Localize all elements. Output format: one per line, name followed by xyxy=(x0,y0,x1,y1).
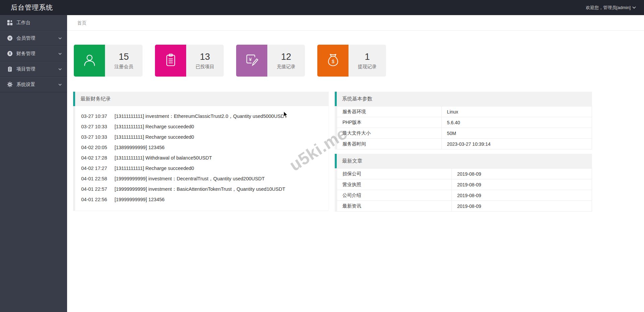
system-panel-title: 系统基本参数 xyxy=(335,92,592,106)
sidebar-item-finance[interactable]: ¥财务管理 xyxy=(0,46,67,61)
record-time: 04-02 17:27 xyxy=(81,166,107,171)
system-params-panel: 系统基本参数 服务器环境LinuxPHP版本5.6.40最大文件大小50M服务器… xyxy=(335,92,592,149)
articles-panel-title: 最新文章 xyxy=(335,154,592,168)
record-time: 03-27 10:37 xyxy=(81,114,107,119)
chevron-down-icon xyxy=(632,6,636,9)
article-row-value: 2019-08-09 xyxy=(452,201,592,212)
stat-card-info: 13已投项目 xyxy=(186,45,224,77)
sidebar-item-label: 项目管理 xyxy=(16,66,35,72)
breadcrumb-home-link[interactable]: 首页 xyxy=(77,20,87,26)
article-row: 担保公司2019-08-09 xyxy=(337,169,592,179)
record-text: [19999999999] investment：DecentralTrust，… xyxy=(114,176,265,181)
record-text: [13111111111] Withdrawal of balance50USD… xyxy=(114,155,212,161)
stat-card-icon-box: ¥ xyxy=(236,45,267,77)
finance-record: 03-27 10:37[13111111111] investment：Ethe… xyxy=(75,111,328,122)
apps-icon xyxy=(7,20,13,26)
record-text: [19999999999] investment：BasicAttentionT… xyxy=(114,187,285,192)
system-param-row-label: 服务器时间 xyxy=(337,139,442,149)
record-text: [19999999999] 123456 xyxy=(114,197,164,202)
system-param-row: 服务器环境Linux xyxy=(337,106,592,117)
article-row: 公司介绍2019-08-09 xyxy=(337,190,592,201)
record-text: [13111111111] Recharge succeeded0 xyxy=(114,166,194,171)
stat-card-icon-box: $ xyxy=(317,45,348,77)
record-text: [13111111111] Recharge succeeded0 xyxy=(114,135,194,140)
stat-card-value: 13 xyxy=(200,52,210,62)
right-column: 系统基本参数 服务器环境LinuxPHP版本5.6.40最大文件大小50M服务器… xyxy=(335,92,592,212)
finance-records-list: 03-27 10:37[13111111111] investment：Ethe… xyxy=(73,106,329,211)
stat-card-recharge-records[interactable]: ¥12充值记录 xyxy=(236,45,305,77)
stat-card-label: 注册会员 xyxy=(114,64,133,70)
finance-record: 03-27 10:33[13111111111] Recharge succee… xyxy=(75,132,328,142)
sidebar-item-settings[interactable]: 系统设置 xyxy=(0,77,67,92)
sidebar-item-label: 工作台 xyxy=(16,20,31,26)
chevron-down-icon xyxy=(58,37,62,39)
article-row-label: 最新资讯 xyxy=(337,201,452,212)
system-param-row-value: 50M xyxy=(441,128,592,139)
money-bag-icon: $ xyxy=(325,52,341,69)
sidebar-item-label: 财务管理 xyxy=(16,51,35,57)
panels-row: 最新财务纪录 03-27 10:37[13111111111] investme… xyxy=(73,92,592,212)
finance-record: 04-01 22:56[19999999999] 123456 xyxy=(75,194,328,205)
article-row-value: 2019-08-09 xyxy=(452,169,592,179)
clipboard-icon xyxy=(7,66,13,72)
stat-card-label: 充值记录 xyxy=(277,64,296,70)
record-time: 04-01 22:56 xyxy=(81,197,107,202)
list-board-icon xyxy=(163,53,178,69)
sidebar-item-projects[interactable]: 项目管理 xyxy=(0,61,67,77)
system-param-row-label: PHP版本 xyxy=(337,117,442,128)
record-text: [13111111111] investment：EthereumClassic… xyxy=(114,114,287,119)
record-time: 03-27 10:33 xyxy=(81,124,107,129)
article-row: 营业执照2019-08-09 xyxy=(337,179,592,190)
svg-text:$: $ xyxy=(332,59,334,64)
finance-record: 04-02 20:05[13899999999] 123456 xyxy=(75,142,328,153)
finance-record: 04-01 22:58[19999999999] investment：Dece… xyxy=(75,174,328,184)
gear-icon xyxy=(7,82,13,88)
stat-card-registered-members[interactable]: 15注册会员 xyxy=(74,45,143,77)
record-text: [13899999999] 123456 xyxy=(114,145,164,150)
user-menu[interactable]: 欢迎您，管理员[admin] xyxy=(586,5,644,11)
article-row-label: 公司介绍 xyxy=(337,190,452,201)
user-icon xyxy=(82,52,97,69)
record-time: 04-01 22:58 xyxy=(81,176,107,181)
system-params-table: 服务器环境LinuxPHP版本5.6.40最大文件大小50M服务器时间2023-… xyxy=(337,106,592,149)
stat-card-info: 1提现记录 xyxy=(348,45,386,77)
articles-table-wrap: 担保公司2019-08-09营业执照2019-08-09公司介绍2019-08-… xyxy=(335,168,592,212)
finance-record: 04-02 17:27[13111111111] Recharge succee… xyxy=(75,163,328,174)
stat-card-invested-projects[interactable]: 13已投项目 xyxy=(155,45,224,77)
finance-record: 04-01 22:57[19999999999] investment：Basi… xyxy=(75,184,328,194)
latest-articles-panel: 最新文章 担保公司2019-08-09营业执照2019-08-09公司介绍201… xyxy=(335,154,592,212)
finance-panel-title: 最新财务纪录 xyxy=(73,92,329,106)
record-time: 04-02 20:05 xyxy=(81,145,107,150)
system-param-row-value: 5.6.40 xyxy=(441,117,592,128)
article-row-value: 2019-08-09 xyxy=(452,179,592,190)
chevron-down-icon xyxy=(58,53,62,55)
system-param-row: 服务器时间2023-03-27 10:39:14 xyxy=(337,139,592,149)
stat-card-value: 12 xyxy=(281,52,291,62)
svg-text:¥: ¥ xyxy=(9,52,11,55)
record-time: 04-02 17:28 xyxy=(81,155,107,161)
system-params-table-wrap: 服务器环境LinuxPHP版本5.6.40最大文件大小50M服务器时间2023-… xyxy=(335,106,592,149)
system-param-row: PHP版本5.6.40 xyxy=(337,117,592,128)
system-param-row-label: 最大文件大小 xyxy=(337,128,442,139)
top-bar: 后台管理系统 欢迎您，管理员[admin] xyxy=(0,0,644,15)
main-content: 首页 15注册会员13已投项目¥12充值记录$1提现记录 最新财务纪录 03-2… xyxy=(67,15,644,312)
sidebar-item-workbench[interactable]: 工作台 xyxy=(0,15,67,31)
stat-card-info: 12充值记录 xyxy=(267,45,305,77)
record-time: 04-01 22:57 xyxy=(81,187,107,192)
system-param-row: 最大文件大小50M xyxy=(337,128,592,139)
sidebar-item-members[interactable]: V会员管理 xyxy=(0,31,67,46)
breadcrumb: 首页 xyxy=(67,15,644,31)
article-row-value: 2019-08-09 xyxy=(452,190,592,201)
yen-coin-icon: ¥ xyxy=(7,51,13,57)
stat-card-value: 1 xyxy=(365,52,370,62)
stat-cards-row: 15注册会员13已投项目¥12充值记录$1提现记录 xyxy=(74,45,644,77)
member-coin-icon: V xyxy=(7,35,13,41)
stat-card-icon-box xyxy=(155,45,186,77)
svg-text:V: V xyxy=(9,36,11,40)
stat-card-info: 15注册会员 xyxy=(105,45,143,77)
stat-card-withdrawal-records[interactable]: $1提现记录 xyxy=(317,45,386,77)
record-time: 03-27 10:33 xyxy=(81,135,107,140)
sidebar-item-label: 系统设置 xyxy=(16,82,35,88)
stat-card-icon-box xyxy=(74,45,105,77)
chevron-down-icon xyxy=(58,84,62,86)
